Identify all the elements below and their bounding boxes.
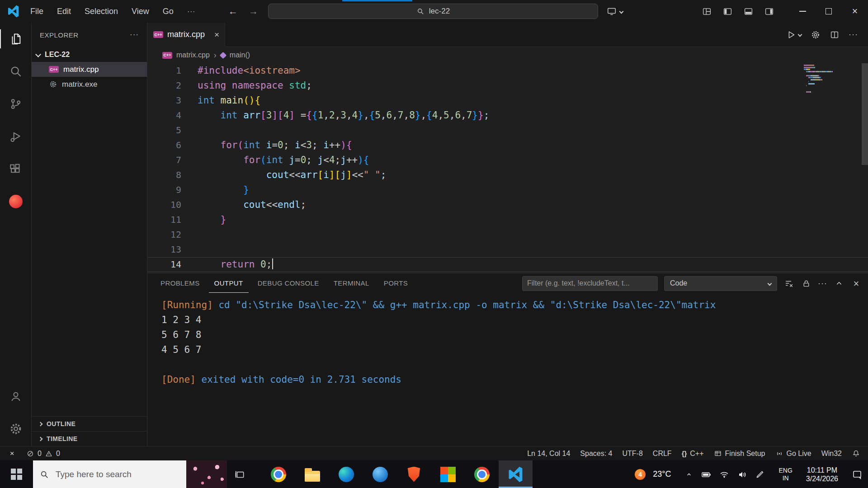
toggle-secondary-sidebar-button[interactable]: [760, 4, 778, 19]
menu-more[interactable]: ···: [180, 0, 202, 23]
taskbar-ms-office-button[interactable]: [431, 460, 465, 488]
maximize-panel-button[interactable]: [834, 278, 844, 289]
titlebar-device-button[interactable]: [607, 4, 623, 19]
code-line[interactable]: 8 cout<<arr[i][j]<<" ";: [148, 168, 868, 183]
wifi-icon[interactable]: [719, 469, 730, 480]
file-matrix.exe[interactable]: matrix.exe: [32, 77, 147, 92]
cursor-position-button[interactable]: Ln 14, Col 14: [522, 450, 575, 458]
code-line[interactable]: 5: [148, 123, 868, 138]
activity-source-control-button[interactable]: [0, 88, 31, 120]
panel-tab-ports[interactable]: PORTS: [378, 273, 413, 293]
code-line[interactable]: 10 cout<<endl;: [148, 197, 868, 212]
start-button[interactable]: [0, 460, 33, 488]
platform-button[interactable]: Win32: [816, 450, 847, 458]
code-line[interactable]: 6 for(int i=0; i<3; i++){: [148, 138, 868, 153]
tray-expand-button[interactable]: [684, 470, 693, 479]
pen-icon[interactable]: [755, 469, 765, 479]
forward-arrow-button[interactable]: →: [249, 6, 258, 17]
folder-root[interactable]: LEC-22: [32, 47, 147, 62]
problems-button[interactable]: 0 0: [21, 450, 65, 458]
menu-go[interactable]: Go: [156, 0, 180, 23]
toggle-panel-button[interactable]: [740, 4, 757, 19]
editor-settings-button[interactable]: [811, 30, 821, 40]
language-indicator[interactable]: ENG IN: [778, 467, 792, 482]
code-line[interactable]: 14 return 0;: [148, 257, 868, 272]
run-code-button[interactable]: [786, 30, 802, 40]
editor-scrollbar[interactable]: [862, 63, 868, 273]
code-line[interactable]: 12: [148, 227, 868, 242]
activity-explorer-button[interactable]: [0, 23, 31, 55]
close-window-button[interactable]: ×: [842, 0, 868, 23]
code-line[interactable]: 3int main(){: [148, 93, 868, 108]
taskbar-search-input[interactable]: [55, 469, 165, 480]
code-line[interactable]: 1#include<iostream>: [148, 63, 868, 78]
account-button[interactable]: [0, 380, 31, 413]
activity-extension-logo-button[interactable]: [0, 185, 31, 218]
taskbar-file-explorer-button[interactable]: [295, 460, 329, 488]
panel-tab-output[interactable]: OUTPUT: [209, 273, 249, 293]
indentation-button[interactable]: Spaces: 4: [575, 450, 617, 458]
settings-button[interactable]: [0, 413, 31, 445]
code-line[interactable]: 2using namespace std;: [148, 78, 868, 93]
taskbar-browser-1-button[interactable]: [261, 460, 295, 488]
output-content[interactable]: [Running] cd "d:\Strike Dsa\lec-22\" && …: [148, 293, 868, 387]
code-line[interactable]: 7 for(int j=0; j<4;j++){: [148, 153, 868, 168]
tab-close-button[interactable]: ×: [214, 30, 219, 40]
activity-extensions-button[interactable]: [0, 153, 31, 185]
breadcrumb-symbol[interactable]: main(): [230, 51, 250, 59]
split-editor-button[interactable]: [830, 30, 840, 40]
restore-button[interactable]: [816, 0, 842, 23]
file-matrix.cpp[interactable]: C++matrix.cpp: [32, 62, 147, 77]
notifications-bell-button[interactable]: [847, 449, 865, 458]
battery-icon[interactable]: [701, 469, 712, 480]
panel-tab-debug-console[interactable]: DEBUG CONSOLE: [252, 273, 325, 293]
toggle-sidebar-button[interactable]: [719, 4, 736, 19]
code-line[interactable]: 4 int arr[3][4] ={{1,2,3,4},{5,6,7,8},{4…: [148, 108, 868, 123]
notification-badge[interactable]: 4: [635, 469, 646, 480]
panel-tab-terminal[interactable]: TERMINAL: [328, 273, 375, 293]
customize-layout-button[interactable]: [698, 4, 715, 19]
taskbar-edge-button[interactable]: [329, 460, 363, 488]
weather-temp[interactable]: 23°C: [653, 469, 671, 479]
taskbar-blue-app-button[interactable]: [363, 460, 397, 488]
finish-setup-button[interactable]: Finish Setup: [709, 450, 770, 458]
activity-run-debug-button[interactable]: [0, 120, 31, 153]
taskbar-chrome-button[interactable]: [465, 460, 499, 488]
editor-more-actions-button[interactable]: ···: [849, 30, 858, 39]
taskbar-brave-button[interactable]: [397, 460, 431, 488]
panel-tab-problems[interactable]: PROBLEMS: [155, 273, 205, 293]
code-line[interactable]: 9 }: [148, 183, 868, 197]
menu-edit[interactable]: Edit: [50, 0, 78, 23]
minimap[interactable]: [804, 65, 858, 93]
eol-button[interactable]: CRLF: [648, 450, 677, 458]
code-line[interactable]: 11 }: [148, 212, 868, 227]
clear-output-button[interactable]: [783, 278, 794, 289]
close-panel-button[interactable]: ×: [851, 278, 862, 289]
explorer-more-button[interactable]: ···: [130, 30, 139, 39]
output-channel-select[interactable]: Code: [664, 276, 777, 291]
activity-search-button[interactable]: [0, 55, 31, 88]
breadcrumb-file[interactable]: matrix.cpp: [176, 51, 210, 59]
section-outline[interactable]: OUTLINE: [32, 416, 147, 431]
panel-more-actions-button[interactable]: ···: [818, 279, 827, 288]
remote-window-button[interactable]: [3, 449, 21, 458]
language-mode-button[interactable]: {} C++: [677, 450, 709, 458]
lock-autoscroll-button[interactable]: [801, 278, 811, 289]
volume-icon[interactable]: [737, 469, 748, 480]
go-live-button[interactable]: Go Live: [770, 450, 816, 458]
task-view-button[interactable]: [227, 460, 252, 488]
output-filter-input[interactable]: [522, 276, 658, 291]
encoding-button[interactable]: UTF-8: [618, 450, 648, 458]
clock[interactable]: 10:11 PM 3/24/2026: [806, 466, 838, 483]
taskbar-vscode-button[interactable]: [499, 460, 533, 488]
section-timeline[interactable]: TIMELINE: [32, 431, 147, 446]
scrollbar-thumb[interactable]: [862, 63, 868, 165]
code-line[interactable]: 13: [148, 242, 868, 257]
menu-file[interactable]: File: [24, 0, 50, 23]
back-arrow-button[interactable]: ←: [228, 6, 238, 17]
code-editor[interactable]: 1#include<iostream>2using namespace std;…: [148, 63, 868, 273]
taskbar-search[interactable]: [33, 460, 227, 488]
menu-view[interactable]: View: [125, 0, 156, 23]
tab-matrix-cpp[interactable]: C++ matrix.cpp ×: [148, 23, 225, 47]
menu-selection[interactable]: Selection: [78, 0, 125, 23]
